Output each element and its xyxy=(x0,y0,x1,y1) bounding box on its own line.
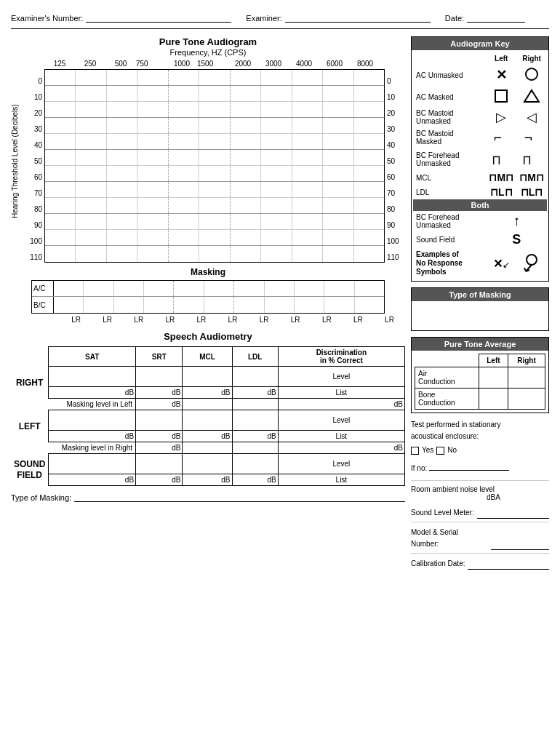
freq-label-1500: 1500 xyxy=(197,60,213,68)
model-serial-row: Model & Serial Number: xyxy=(411,527,549,554)
key-row-sound-field: Sound Field S xyxy=(413,231,547,249)
masking-cells-ac xyxy=(54,281,384,296)
sf-srt-db: dB xyxy=(136,474,183,486)
freq-label-1000: 1000 xyxy=(167,60,197,68)
key-label-ldl: LDL xyxy=(413,185,486,199)
model-serial-input[interactable] xyxy=(491,540,549,550)
key-left-mcl: ⊓M⊓ xyxy=(486,170,516,185)
if-no-label: If no: xyxy=(411,464,427,472)
db-label-50-left: 50 xyxy=(24,149,44,165)
db-label-0-right: 0 xyxy=(385,69,405,85)
pta-spacer xyxy=(415,354,479,367)
key-left-ac-masked xyxy=(486,86,516,108)
info-stationary: Test performed in stationaryacoustical e… xyxy=(411,419,549,456)
key-both-header: Both xyxy=(413,199,547,211)
key-right-mcl: ⊓M⊓ xyxy=(516,170,547,185)
svg-text:⊓: ⊓ xyxy=(523,152,531,167)
key-label-ac-unmasked: AC Unmasked xyxy=(413,64,486,86)
type-masking-bottom-input[interactable] xyxy=(74,490,405,502)
audiogram-title: Pure Tone Audiogram xyxy=(11,36,405,47)
masking-row-ac: A/C xyxy=(32,281,384,297)
key-row-bc-forehead-both: BC ForeheadUnmasked ↑ xyxy=(413,211,547,231)
info-room-noise: Room ambient noise level dBA xyxy=(411,480,549,501)
no-label: No xyxy=(447,445,457,456)
pta-body: Left Right AirConduction BoneConduction xyxy=(412,351,548,413)
db-label-80-right: 80 xyxy=(385,197,405,213)
masking-row-bc: B/C xyxy=(32,297,384,313)
yes-checkbox[interactable] xyxy=(411,447,419,455)
type-of-masking-panel: Type of Masking xyxy=(411,287,549,331)
masking-left-db: dB xyxy=(136,399,183,410)
speech-title: Speech Audiometry xyxy=(11,331,405,342)
info-model: Model & Serial Number: xyxy=(411,527,549,554)
audiogram-key-panel: Audiogram Key Left Right AC Unmasked ✕ xyxy=(411,36,549,282)
left-level-label: Level xyxy=(278,410,404,431)
key-row-bc-mastoid-masked: BC MastoidMasked ⌐ ¬ xyxy=(413,127,547,148)
dba-label: dBA xyxy=(487,493,500,501)
model-serial-label: Model & Serial Number: xyxy=(411,527,488,550)
examiner-number-input[interactable] xyxy=(86,11,231,23)
speech-sf-label-row: SOUNDFIELD Level xyxy=(11,454,405,474)
room-noise-label: Room ambient noise level xyxy=(411,485,549,493)
freq-label-125: 125 xyxy=(44,60,75,68)
masking-right-db: dB xyxy=(136,442,183,454)
sound-meter-input[interactable] xyxy=(477,509,549,519)
speech-table: SAT SRT MCL LDL Discriminationin % Corre… xyxy=(11,346,405,486)
db-label-20-left: 20 xyxy=(24,101,44,117)
calibration-input[interactable] xyxy=(468,559,549,570)
speech-col-ldl: LDL xyxy=(232,347,278,367)
db-labels-left: 0 10 20 30 40 50 60 70 80 90 100 110 xyxy=(24,69,44,263)
sf-level-label: Level xyxy=(278,454,404,474)
if-no-input[interactable] xyxy=(429,461,509,471)
left-column: Pure Tone Audiogram Frequency, HZ (CPS) … xyxy=(11,36,405,570)
key-both-header-row: Both xyxy=(413,199,547,211)
key-label-bc-forehead-both: BC ForeheadUnmasked xyxy=(413,211,486,231)
sound-field-label: SOUNDFIELD xyxy=(11,454,49,486)
speech-left-db-row: dB dB dB dB List xyxy=(11,431,405,442)
examiner-input[interactable] xyxy=(285,11,431,23)
examiner-field: Examiner: xyxy=(246,11,431,23)
speech-row-spacer xyxy=(11,347,49,367)
calibration-row: Calibration Date: xyxy=(411,558,549,570)
db-label-30-left: 30 xyxy=(24,117,44,133)
db-label-0-left: 0 xyxy=(24,69,44,85)
masking-grid: A/C xyxy=(31,280,385,314)
right-row-label: RIGHT xyxy=(11,367,49,399)
sound-meter-row: Sound Level Meter: xyxy=(411,507,549,522)
audiogram-key-title: Audiogram Key xyxy=(412,37,548,50)
pta-air-right xyxy=(508,367,545,389)
key-left-bc-forehead-unmasked: ⊓ xyxy=(486,148,516,170)
lr-label-1: LR xyxy=(60,316,92,324)
examiner-label: Examiner: xyxy=(246,14,282,23)
stationary-label: Test performed in stationaryacoustical e… xyxy=(411,419,549,442)
svg-text:⊓: ⊓ xyxy=(492,152,500,167)
key-left-ac-unmasked: ✕ xyxy=(486,64,516,86)
key-table: Left Right AC Unmasked ✕ AC Masked xyxy=(413,53,547,278)
key-row-bc-forehead-unmasked: BC ForeheadUnmasked ⊓ ⊓ xyxy=(413,148,547,170)
lr-label-2: LR xyxy=(92,316,123,324)
no-checkbox[interactable] xyxy=(436,447,444,455)
key-row-ldl: LDL ⊓L⊓ ⊓L⊓ xyxy=(413,185,547,199)
db-label-20-right: 20 xyxy=(385,101,405,117)
type-masking-bottom-label: Type of Masking: xyxy=(11,493,71,502)
stationary-checkbox-row: Yes No xyxy=(411,445,549,456)
key-label-bc-mastoid-masked: BC MastoidMasked xyxy=(413,127,486,148)
lr-label-10: LR xyxy=(343,316,374,324)
db-label-40-right: 40 xyxy=(385,133,405,149)
key-row-mcl: MCL ⊓M⊓ ⊓M⊓ xyxy=(413,170,547,185)
key-label-bc-mastoid-unmasked: BC MastoidUnmasked xyxy=(413,108,486,127)
svg-point-0 xyxy=(526,68,537,80)
key-examples-label: Examples ofNo ResponseSymbols xyxy=(413,249,486,278)
db-label-90-right: 90 xyxy=(385,213,405,229)
date-input[interactable] xyxy=(467,11,525,23)
masking-title: Masking xyxy=(11,267,405,277)
left-row-label: LEFT xyxy=(11,410,49,442)
db-label-90-left: 90 xyxy=(24,213,44,229)
pta-header-row: Left Right xyxy=(415,354,545,367)
sf-sat-db: dB xyxy=(49,474,136,486)
speech-col-sat: SAT xyxy=(49,347,136,367)
key-left-ldl: ⊓L⊓ xyxy=(486,185,516,199)
lr-row: LR LR LR LR LR LR LR LR LR LR LR xyxy=(60,316,405,324)
speech-right-db-row: dB dB dB dB List xyxy=(11,387,405,399)
key-label-mcl: MCL xyxy=(413,170,486,185)
